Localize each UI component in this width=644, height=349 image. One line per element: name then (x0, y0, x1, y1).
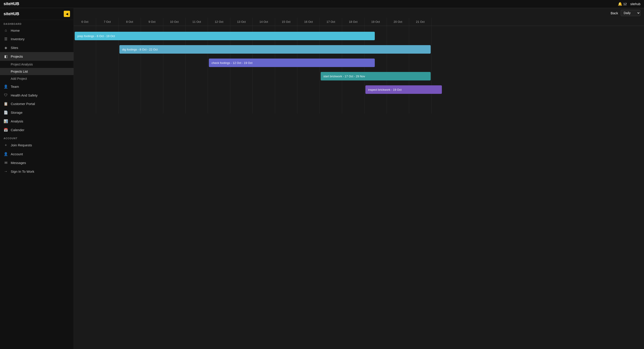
gantt-bar[interactable]: check footings - 12 Oct - 19 Oct (209, 58, 375, 67)
sidebar: siteHUB ◀ DASHBOARD ⌂ Home ☰ Inventory ◈… (0, 8, 74, 349)
sidebar-item-account[interactable]: 👤 Account (0, 150, 74, 158)
gantt-date-cell: 15 Oct (275, 18, 298, 26)
gantt-dates: 6 Oct7 Oct8 Oct9 Oct10 Oct11 Oct12 Oct13… (74, 18, 644, 26)
sidebar-item-sites-label: Sites (11, 46, 18, 50)
sidebar-item-projects[interactable]: ◧ Projects (0, 52, 74, 61)
sites-icon: ◈ (4, 45, 8, 50)
logo: siteHUB (4, 1, 19, 6)
gantt-date-cell: 9 Oct (141, 18, 163, 26)
sidebar-item-storage-label: Storage (11, 111, 22, 114)
sidebar-item-account-label: Account (11, 152, 23, 156)
sidebar-item-customer-portal[interactable]: 📋 Customer Portal (0, 99, 74, 108)
sidebar-item-health-safety[interactable]: 🛡 Health And Safety (0, 91, 74, 99)
sidebar-item-messages-label: Messages (11, 161, 26, 165)
gantt-chart: 6 Oct7 Oct8 Oct9 Oct10 Oct11 Oct12 Oct13… (74, 18, 644, 113)
gantt-date-cell: 18 Oct (342, 18, 364, 26)
sidebar-item-sign-in-work[interactable]: → Sign In To Work (0, 167, 74, 176)
calender-icon: 📅 (4, 128, 8, 132)
health-safety-icon: 🛡 (4, 93, 8, 97)
notifications[interactable]: 🔔 12 (618, 2, 627, 6)
gantt-date-cell: 6 Oct (74, 18, 96, 26)
join-requests-icon: ＋ (4, 143, 8, 147)
gantt-date-cell: 13 Oct (230, 18, 253, 26)
gantt-date-cell: 19 Oct (364, 18, 387, 26)
sidebar-item-home[interactable]: ⌂ Home (0, 26, 74, 35)
gantt-date-cell: 10 Oct (163, 18, 186, 26)
account-section-label: ACCOUNT (0, 134, 74, 141)
main-layout: siteHUB ◀ DASHBOARD ⌂ Home ☰ Inventory ◈… (0, 8, 644, 349)
sidebar-item-join-requests[interactable]: ＋ Join Requests (0, 141, 74, 150)
sidebar-item-analysis-label: Analysis (11, 119, 23, 123)
inventory-icon: ☰ (4, 37, 8, 41)
sidebar-item-calender-label: Calender (11, 128, 24, 132)
sidebar-toggle-button[interactable]: ◀ (64, 11, 70, 17)
add-project-label: Add Project (11, 77, 27, 80)
gantt-date-cell: 7 Oct (96, 18, 118, 26)
sidebar-title: siteHUB (4, 12, 19, 16)
gantt-date-cell: 17 Oct (320, 18, 342, 26)
sidebar-item-inventory-label: Inventory (11, 37, 24, 41)
customer-portal-icon: 📋 (4, 102, 8, 106)
sidebar-item-calender[interactable]: 📅 Calender (0, 126, 74, 134)
notification-count: 12 (623, 2, 627, 6)
gantt-container[interactable]: 6 Oct7 Oct8 Oct9 Oct10 Oct11 Oct12 Oct13… (74, 18, 644, 349)
sidebar-item-sites[interactable]: ◈ Sites (0, 43, 74, 52)
sidebar-item-sign-in-work-label: Sign In To Work (11, 170, 34, 173)
gantt-date-cell: 20 Oct (387, 18, 409, 26)
sidebar-item-health-safety-label: Health And Safety (11, 93, 38, 97)
analysis-icon: 📊 (4, 119, 8, 123)
home-icon: ⌂ (4, 28, 8, 32)
gantt-body: prep footings - 6 Oct - 19 Octdig footin… (74, 26, 644, 113)
sidebar-item-storage[interactable]: 📄 Storage (0, 108, 74, 117)
sidebar-item-messages[interactable]: ✉ Messages (0, 158, 74, 167)
sidebar-item-projects-label: Projects (11, 54, 23, 58)
gantt-date-cell: 12 Oct (208, 18, 230, 26)
gantt-bar[interactable]: inspect brickwork - 19 Oct (366, 85, 442, 94)
dashboard-section-label: DASHBOARD (0, 20, 74, 26)
team-icon: 👤 (4, 84, 8, 89)
messages-icon: ✉ (4, 161, 8, 165)
gantt-date-cell: 8 Oct (118, 18, 141, 26)
sidebar-item-analysis[interactable]: 📊 Analysis (0, 117, 74, 126)
sidebar-sub-item-projects-list[interactable]: Projects List (0, 68, 74, 75)
sidebar-item-team-label: Team (11, 85, 19, 88)
sidebar-sub-item-project-analysis[interactable]: Project Analysis (0, 61, 74, 68)
back-button[interactable]: Back (611, 11, 618, 15)
projects-icon: ◧ (4, 54, 8, 58)
gantt-controls: Back Daily Weekly Monthly (74, 8, 644, 18)
storage-icon: 📄 (4, 110, 8, 115)
sidebar-header: siteHUB ◀ (0, 8, 74, 20)
gantt-bar[interactable]: dig footings - 8 Oct - 22 Oct (120, 45, 431, 54)
account-icon: 👤 (4, 152, 8, 156)
sign-in-icon: → (4, 169, 8, 173)
sidebar-item-inventory[interactable]: ☰ Inventory (0, 35, 74, 43)
bell-icon: 🔔 (618, 2, 622, 6)
username: sitehub (630, 2, 640, 6)
sidebar-item-customer-portal-label: Customer Portal (11, 102, 35, 106)
gantt-date-cell: 21 Oct (409, 18, 432, 26)
sidebar-sub-item-add-project[interactable]: Add Project (0, 75, 74, 82)
projects-list-label: Projects List (11, 70, 28, 73)
sidebar-item-home-label: Home (11, 28, 20, 32)
content-area: Back Daily Weekly Monthly 6 Oct7 Oct8 Oc… (74, 8, 644, 349)
gantt-date-cell: 11 Oct (186, 18, 208, 26)
topbar-right: 🔔 12 sitehub (618, 2, 640, 6)
sidebar-item-team[interactable]: 👤 Team (0, 82, 74, 91)
gantt-date-cell: 16 Oct (298, 18, 320, 26)
gantt-bar[interactable]: prep footings - 6 Oct - 19 Oct (75, 32, 375, 40)
view-select[interactable]: Daily Weekly Monthly (621, 10, 640, 16)
project-analysis-label: Project Analysis (11, 62, 33, 66)
gantt-date-cell: 14 Oct (253, 18, 275, 26)
topbar: siteHUB 🔔 12 sitehub (0, 0, 644, 8)
sidebar-item-join-requests-label: Join Requests (11, 143, 32, 147)
gantt-bar[interactable]: start brickwork - 17 Oct - 29 Nov (321, 72, 431, 80)
